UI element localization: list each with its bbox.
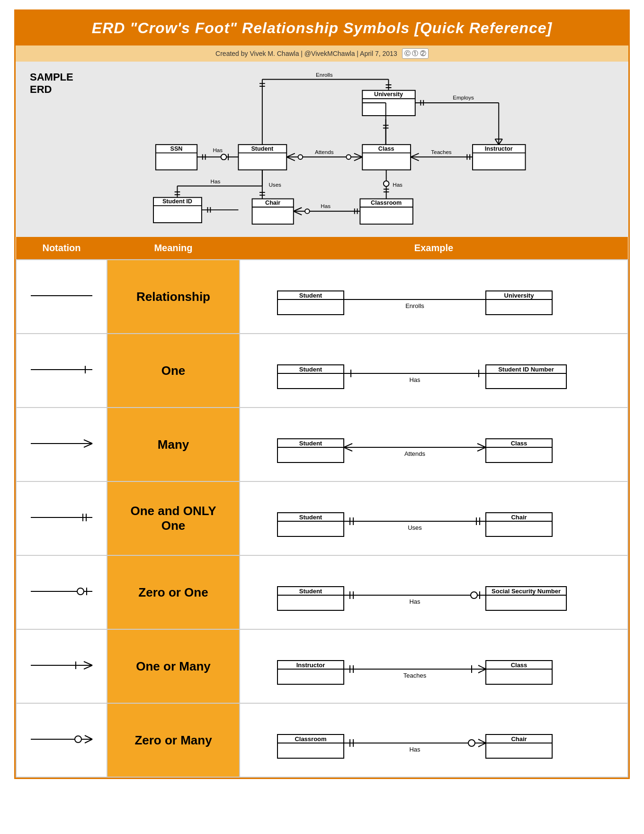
erd-diagram: SSN Student ID Student [83, 71, 614, 223]
svg-text:Teaches: Teaches [431, 149, 451, 155]
example-cell: StudentStudent ID NumberHas [240, 334, 628, 408]
svg-text:Classroom: Classroom [295, 735, 326, 743]
example-cell: InstructorClassTeaches [240, 629, 628, 703]
svg-text:Class: Class [511, 440, 528, 447]
notation-cell [16, 408, 107, 481]
svg-text:Student: Student [299, 366, 322, 373]
main-container: ERD "Crow's Foot" Relationship Symbols [… [14, 9, 630, 779]
example-cell: StudentSocial Security NumberHas [240, 555, 628, 629]
erd-section: SAMPLEERD SSN Student ID [16, 62, 628, 237]
example-svg: ClassroomChairHas [268, 713, 599, 765]
svg-line-178 [85, 739, 92, 743]
table-row: Zero or OneStudentSocial Security Number… [16, 555, 628, 629]
meaning-cell: Zero or Many [107, 703, 240, 777]
example-svg: StudentChairUses [268, 491, 599, 544]
example-cell: StudentUniversityEnrolls [240, 260, 628, 334]
notation-svg [26, 284, 97, 308]
svg-text:Enrolls: Enrolls [316, 72, 333, 78]
svg-line-63 [495, 139, 499, 145]
svg-point-189 [468, 740, 475, 746]
meaning-cell: One or Many [107, 629, 240, 703]
example-svg: StudentSocial Security NumberHas [268, 565, 599, 617]
table-row: One or ManyInstructorClassTeaches [16, 629, 628, 703]
erd-svg: SSN Student ID Student [83, 71, 614, 223]
svg-text:Student ID: Student ID [162, 198, 192, 205]
reference-table: Notation Meaning Example RelationshipStu… [16, 237, 628, 778]
svg-line-44 [354, 154, 362, 157]
table-row: Zero or ManyClassroomChairHas [16, 703, 628, 777]
svg-line-177 [85, 735, 92, 739]
svg-text:Social Security Number: Social Security Number [492, 588, 561, 595]
svg-line-124 [344, 444, 352, 447]
subtitle-bar: Created by Vivek M. Chawla | @VivekMChaw… [16, 45, 628, 62]
svg-line-174 [478, 669, 486, 673]
example-cell: StudentChairUses [240, 481, 628, 555]
example-cell: StudentClassAttends [240, 408, 628, 481]
page-title: ERD "Crow's Foot" Relationship Symbols [… [27, 19, 617, 37]
example-svg: StudentUniversityEnrolls [268, 270, 599, 322]
svg-text:Student: Student [299, 440, 322, 447]
meaning-cell: Many [107, 408, 240, 481]
svg-text:Student: Student [299, 588, 322, 595]
entity-instructor: Instructor [473, 145, 526, 170]
entity-classroom: Classroom [360, 199, 413, 224]
svg-line-45 [354, 157, 362, 161]
svg-line-115 [84, 444, 92, 447]
svg-text:Has: Has [213, 147, 223, 153]
title-bar: ERD "Crow's Foot" Relationship Symbols [… [16, 11, 628, 45]
svg-text:Has: Has [210, 178, 220, 184]
svg-point-49 [298, 154, 303, 159]
svg-line-191 [478, 743, 486, 747]
entity-student: Student [238, 145, 286, 170]
svg-text:Has: Has [321, 203, 331, 209]
notation-cell [16, 703, 107, 777]
svg-text:Has: Has [409, 376, 420, 383]
svg-line-160 [84, 662, 92, 665]
notation-cell [16, 555, 107, 629]
svg-text:Has: Has [393, 181, 402, 188]
svg-line-64 [499, 139, 502, 145]
svg-line-173 [478, 665, 486, 669]
svg-point-144 [77, 588, 84, 595]
svg-text:Chair: Chair [265, 199, 280, 206]
notation-cell [16, 481, 107, 555]
svg-text:Student ID Number: Student ID Number [498, 366, 554, 373]
notation-svg [26, 358, 97, 381]
cc-badge: Ⓒ ① ② [402, 48, 429, 59]
svg-text:Student: Student [299, 514, 322, 521]
example-svg: InstructorClassTeaches [268, 639, 599, 691]
svg-text:SSN: SSN [170, 145, 182, 152]
svg-text:Employs: Employs [453, 94, 474, 100]
notation-svg [26, 727, 97, 751]
svg-point-74 [384, 181, 389, 187]
svg-text:Instructor: Instructor [296, 662, 325, 669]
header-example: Example [240, 237, 628, 260]
svg-text:Student: Student [299, 292, 322, 299]
header-meaning: Meaning [107, 237, 240, 260]
svg-text:Chair: Chair [511, 514, 527, 521]
meaning-cell: Zero or One [107, 555, 240, 629]
svg-line-79 [293, 208, 301, 211]
svg-text:Class: Class [378, 145, 394, 152]
svg-point-156 [471, 592, 477, 598]
erd-label: SAMPLEERD [30, 71, 73, 96]
svg-point-46 [346, 154, 351, 159]
svg-text:Has: Has [409, 598, 420, 605]
table-row: OneStudentStudent ID NumberHas [16, 334, 628, 408]
svg-line-125 [344, 447, 352, 451]
table-header-row: Notation Meaning Example [16, 237, 628, 260]
svg-text:Enrolls: Enrolls [405, 302, 424, 309]
table-row: One and ONLY OneStudentChairUses [16, 481, 628, 555]
meaning-cell: Relationship [107, 260, 240, 334]
example-svg: StudentStudent ID NumberHas [268, 344, 599, 396]
svg-line-114 [84, 440, 92, 444]
notation-cell [16, 260, 107, 334]
table-row: RelationshipStudentUniversityEnrolls [16, 260, 628, 334]
svg-line-127 [477, 447, 486, 451]
subtitle-text: Created by Vivek M. Chawla | @VivekMChaw… [215, 50, 397, 57]
svg-text:University: University [504, 292, 535, 299]
svg-line-126 [477, 444, 486, 447]
svg-text:Classroom: Classroom [371, 199, 402, 206]
svg-point-25 [221, 154, 226, 160]
svg-text:Uses: Uses [268, 181, 281, 188]
